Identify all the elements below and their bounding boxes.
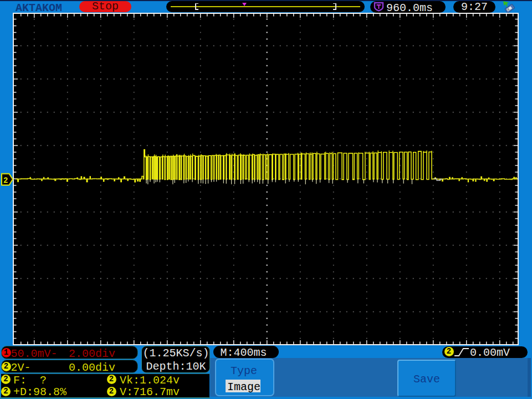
svg-text:2: 2 bbox=[3, 176, 8, 185]
